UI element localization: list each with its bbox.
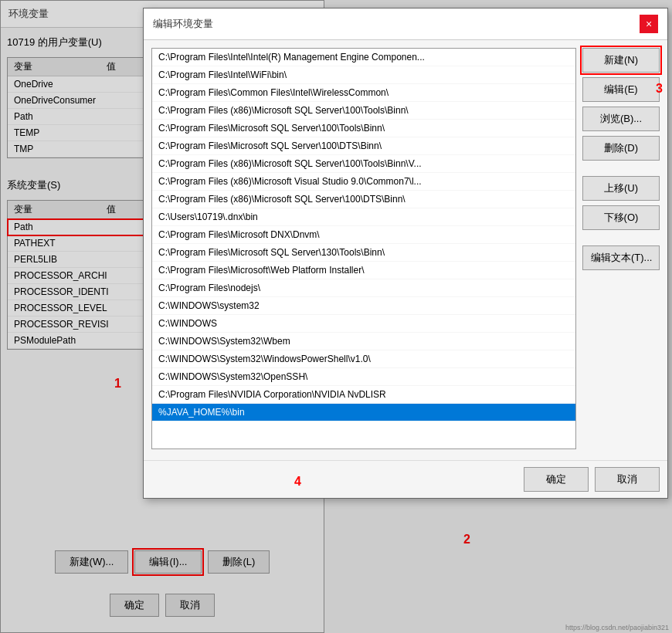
list-item[interactable]: C:\Program Files (x86)\Microsoft Visual … <box>152 173 575 191</box>
modal-right-buttons: 新建(N) 编辑(E) 浏览(B)... 删除(D) 上移(U) 下移(O) 编… <box>582 48 660 449</box>
badge-4: 4 <box>294 475 301 489</box>
list-item[interactable]: C:\Program Files (x86)\Microsoft SQL Ser… <box>152 155 575 173</box>
new-path-button[interactable]: 新建(N) <box>582 48 660 73</box>
modal-title: 编辑环境变量 <box>153 17 213 31</box>
list-item[interactable]: C:\Program Files\Microsoft SQL Server\13… <box>152 244 575 262</box>
modal-ok-button[interactable]: 确定 <box>524 467 589 492</box>
list-item-selected[interactable]: %JAVA_HOME%\bin <box>152 404 575 421</box>
modal-body: C:\Program Files\Intel\Intel(R) Manageme… <box>144 40 667 457</box>
edit-text-button[interactable]: 编辑文本(T)... <box>582 245 660 270</box>
move-up-button[interactable]: 上移(U) <box>582 176 660 201</box>
watermark: https://blog.csdn.net/paojiabin321 <box>565 624 669 631</box>
list-item[interactable]: C:\WINDOWS\System32\WindowsPowerShell\v1… <box>152 350 575 368</box>
list-item[interactable]: C:\Program Files\Microsoft SQL Server\10… <box>152 137 575 155</box>
list-item[interactable]: C:\WINDOWS\system32 <box>152 297 575 315</box>
browse-button[interactable]: 浏览(B)... <box>582 107 660 131</box>
edit-path-button[interactable]: 编辑(E) <box>582 77 660 102</box>
list-item[interactable]: C:\WINDOWS\System32\Wbem <box>152 333 575 350</box>
list-item[interactable]: C:\Program Files\Microsoft SQL Server\10… <box>152 120 575 137</box>
list-item[interactable]: C:\Program Files\Common Files\Intel\Wire… <box>152 84 575 102</box>
list-item[interactable]: C:\Program Files\Microsoft\Web Platform … <box>152 262 575 279</box>
list-item[interactable]: C:\Program Files (x86)\Microsoft SQL Ser… <box>152 102 575 120</box>
list-item[interactable]: C:\Program Files\NVIDIA Corporation\NVID… <box>152 386 575 404</box>
list-item[interactable]: C:\Program Files\nodejs\ <box>152 279 575 297</box>
delete-path-button[interactable]: 删除(D) <box>582 136 660 161</box>
list-item[interactable]: C:\WINDOWS <box>152 315 575 333</box>
modal-cancel-button[interactable]: 取消 <box>595 467 660 492</box>
path-list[interactable]: C:\Program Files\Intel\Intel(R) Manageme… <box>151 48 576 449</box>
edit-env-var-modal: 编辑环境变量 × C:\Program Files\Intel\Intel(R)… <box>143 8 668 499</box>
list-item[interactable]: C:\WINDOWS\System32\OpenSSH\ <box>152 368 575 386</box>
list-item[interactable]: C:\Program Files\Microsoft DNX\Dnvm\ <box>152 226 575 244</box>
close-button[interactable]: × <box>640 15 658 33</box>
list-item[interactable]: C:\Users\10719\.dnx\bin <box>152 208 575 226</box>
modal-footer: 确定 取消 <box>144 460 667 498</box>
list-item[interactable]: C:\Program Files\Intel\WiFi\bin\ <box>152 66 575 84</box>
list-item[interactable]: C:\Program Files (x86)\Microsoft SQL Ser… <box>152 191 575 208</box>
modal-titlebar: 编辑环境变量 × <box>144 8 667 40</box>
move-down-button[interactable]: 下移(O) <box>582 205 660 230</box>
badge-3: 3 <box>656 82 663 96</box>
list-item[interactable]: C:\Program Files\Intel\Intel(R) Manageme… <box>152 49 575 66</box>
modal-overlay: 编辑环境变量 × C:\Program Files\Intel\Intel(R)… <box>0 0 672 633</box>
